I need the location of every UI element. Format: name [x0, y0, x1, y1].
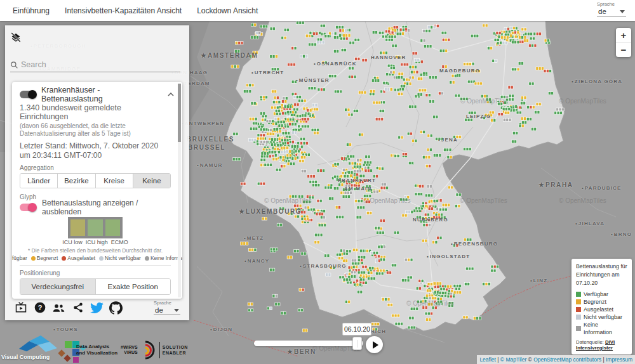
- play-button[interactable]: [366, 336, 383, 353]
- date-slider-thumb[interactable]: [352, 337, 362, 350]
- glyph-cell-label: ICU low: [62, 239, 83, 245]
- search-input[interactable]: [21, 60, 167, 69]
- glyph-cell-label: ECMO: [111, 239, 128, 245]
- legend-item: Nicht verfügbar: [576, 313, 627, 321]
- status-dot: [99, 256, 104, 261]
- app: •PETERBOROUGH•CAMBRIDGE★AMSTERDAM•DEN HA…: [0, 0, 635, 364]
- status-item: Nicht verfügbar: [99, 255, 141, 261]
- solution-enabler-line: ENABLER: [163, 350, 188, 356]
- glyph-preview: [68, 217, 123, 238]
- legend-swatch: [576, 326, 581, 331]
- layers-off-icon[interactable]: [10, 31, 22, 44]
- aggregation-keine-button[interactable]: Keine: [133, 174, 170, 188]
- layer-panel: Krankenhäuser - Bettenauslastung 1.340 b…: [5, 25, 189, 320]
- legend-swatch: [576, 307, 581, 312]
- nav-item-intensivbetten[interactable]: Intensivbetten-Kapazitäten Ansicht: [65, 6, 182, 15]
- status-item: Ausgelastet: [62, 255, 95, 261]
- legend-swatch: [576, 315, 581, 320]
- date-slider-track[interactable]: 06.10.20: [254, 341, 363, 346]
- legend-date: 07.10.20: [576, 279, 627, 287]
- svg-text:?: ?: [37, 304, 42, 311]
- aggregation-label: Aggregation: [20, 164, 171, 171]
- glyph-note: * Die Farben stellen den bundesweiten Du…: [20, 247, 171, 254]
- aggregation-laender-button[interactable]: Länder: [20, 174, 57, 188]
- team-button[interactable]: [52, 301, 65, 315]
- nav-language-select-wrap: Sprache de: [597, 1, 626, 16]
- dav-label-line: Data Analysis: [76, 344, 117, 350]
- wirvsvirus-label-line: VIRUS: [121, 350, 138, 355]
- play-icon: [373, 341, 378, 349]
- wirvsvirus-arc-icon: [138, 340, 157, 360]
- attribution-link[interactable]: © MapTiler: [500, 356, 526, 363]
- chevron-down-icon: [620, 10, 625, 13]
- positioning-verdeckungsfrei-button[interactable]: Verdeckungsfrei: [20, 279, 95, 294]
- card-scrollbar-thumb[interactable]: [178, 84, 181, 142]
- panel-language-select[interactable]: de: [154, 306, 180, 315]
- help-button[interactable]: ?: [33, 301, 46, 315]
- nav-item-lockdown[interactable]: Lockdown Ansicht: [197, 6, 258, 15]
- status-dot: [62, 256, 66, 261]
- language-label: Sprache: [154, 300, 180, 306]
- legend-item: Keine Information: [576, 321, 627, 336]
- card-title: Krankenhäuser - Bettenauslastung: [41, 86, 162, 103]
- language-value: de: [155, 306, 163, 314]
- status-item: Keine Information: [145, 255, 182, 261]
- wirvsvirus-logo: #WIRVS VIRUS SOLUTION ENABLER: [121, 340, 188, 360]
- status-dot: [31, 256, 36, 261]
- share-icon[interactable]: [71, 301, 84, 315]
- glyph-cell-labels: ICU low ICU high ECMO: [20, 239, 171, 245]
- aggregation-button-group: Länder Bezirke Kreise Keine: [20, 173, 171, 188]
- attribution-link[interactable]: Leaflet: [479, 356, 496, 363]
- map-attribution: Leaflet | © MapTiler © OpenStreetMap con…: [477, 355, 635, 364]
- solution-enabler-line: SOLUTION: [163, 344, 188, 350]
- glyph-cell-icu-low: [70, 219, 85, 236]
- layer-visibility-toggle[interactable]: [20, 91, 36, 98]
- language-value: de: [598, 8, 606, 15]
- github-icon[interactable]: [109, 301, 123, 315]
- wirvsvirus-label-line: #WIRVS: [121, 345, 138, 350]
- chevron-down-icon: [174, 309, 179, 312]
- panel-footer: ? Sprache de: [14, 300, 180, 315]
- legend-item: Begrenzt: [576, 298, 627, 306]
- status-item: Verfügbar: [12, 255, 27, 261]
- aggregation-bezirke-button[interactable]: Bezirke: [57, 174, 95, 188]
- date-tooltip: 06.10.20: [342, 323, 371, 335]
- legend-item: Verfügbar: [576, 290, 627, 298]
- aggregation-kreise-button[interactable]: Kreise: [95, 174, 133, 188]
- visual-computing-label: Visual Computing: [1, 354, 50, 360]
- search-icon: [10, 61, 18, 69]
- datasource-label: Datenquelle:: [576, 339, 604, 345]
- nav-language-select[interactable]: de: [597, 7, 626, 16]
- legend-title-line: Bettenauslastung für: [576, 263, 627, 271]
- language-label: Sprache: [597, 1, 626, 7]
- twitter-icon[interactable]: [90, 301, 104, 315]
- glyph-visibility-toggle[interactable]: [20, 204, 36, 211]
- positioning-label: Positionierung: [20, 270, 171, 276]
- search-bar: [10, 60, 180, 72]
- hospital-layer-card: Krankenhäuser - Bettenauslastung 1.340 b…: [12, 82, 182, 299]
- attribution-text: |: [496, 356, 500, 363]
- legend-title-line: Einrichtungen am: [576, 271, 627, 279]
- attribution-link[interactable]: OpenStreetMap contributors: [533, 356, 601, 363]
- facility-count: 1.340 bundesweit gemeldete Einrichtungen: [20, 103, 171, 121]
- chevron-up-icon[interactable]: [167, 92, 175, 97]
- intensivregister-link[interactable]: Intensivregister: [576, 345, 613, 351]
- legend-swatch: [576, 299, 581, 304]
- nav-item-einfuehrung[interactable]: Einführung: [13, 6, 50, 15]
- glyph-cell-ecmo: [105, 219, 120, 236]
- card-header: Krankenhäuser - Bettenauslastung: [20, 87, 171, 102]
- zoom-in-button[interactable]: +: [616, 28, 631, 42]
- last-update: Letzter Stand: Mittwoch, 7. Oktober 2020…: [20, 141, 171, 160]
- positioning-exakt-button[interactable]: Exakte Position: [95, 279, 171, 294]
- glyph-cell-icu-high: [88, 219, 102, 236]
- video-tutorial-button[interactable]: [14, 301, 27, 315]
- status-item: Begrenzt: [31, 255, 58, 261]
- attribution-text: |: [601, 356, 606, 363]
- divi-link[interactable]: DIVI: [605, 339, 615, 345]
- zoom-out-button[interactable]: −: [616, 42, 631, 57]
- visual-computing-logo: [19, 334, 60, 354]
- attribution-link[interactable]: Impressum: [606, 356, 632, 363]
- glyph-cell-label: ICU high: [86, 239, 108, 245]
- attribution-text: ©: [526, 356, 533, 363]
- divider: [20, 265, 171, 266]
